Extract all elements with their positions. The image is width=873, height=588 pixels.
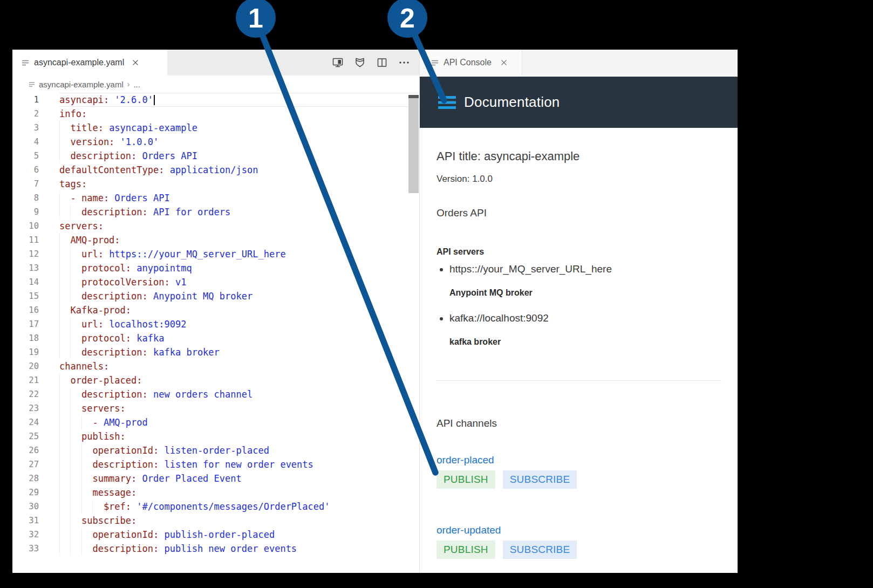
more-actions-icon[interactable]	[398, 56, 411, 69]
indent-guide	[59, 261, 60, 275]
code-line[interactable]: 2info:	[12, 107, 419, 121]
code-text[interactable]: publish:	[59, 429, 419, 443]
publish-badge[interactable]: PUBLISH	[436, 470, 495, 489]
code-line[interactable]: 7tags:	[12, 177, 419, 191]
split-editor-icon[interactable]	[376, 56, 388, 69]
breadcrumb[interactable]: asyncapi-example.yaml › ...	[12, 76, 419, 93]
code-line[interactable]: 26 operationId: listen-order-placed	[12, 443, 419, 457]
code-line[interactable]: 9 description: API for orders	[12, 205, 419, 219]
code-text[interactable]: operationId: listen-order-placed	[59, 443, 419, 457]
code-text[interactable]: - name: Orders API	[59, 191, 419, 205]
code-line[interactable]: 32 operationId: publish-order-placed	[12, 528, 419, 542]
subscribe-badge[interactable]: SUBSCRIBE	[503, 470, 577, 489]
code-line[interactable]: 14 protocolVersion: v1	[12, 275, 419, 289]
code-line[interactable]: 24 - AMQ-prod	[12, 415, 419, 429]
code-line[interactable]: 12 url: https:://your_MQ_server_URL_here	[12, 247, 419, 261]
code-area[interactable]: 1asyncapi: '2.6.0'2info:3 title: asyncap…	[12, 93, 419, 556]
code-text[interactable]: summary: Order Placed Event	[59, 471, 419, 486]
code-text[interactable]: tags:	[59, 177, 419, 191]
code-line[interactable]: 8 - name: Orders API	[12, 191, 419, 205]
code-line[interactable]: 30 $ref: '#/components/messages/OrderPla…	[12, 500, 419, 514]
line-number: 4	[12, 135, 39, 149]
breadcrumb-more[interactable]: ...	[133, 80, 140, 89]
channel-order-updated: order-updated PUBLISH SUBSCRIBE	[436, 524, 721, 559]
code-line[interactable]: 1asyncapi: '2.6.0'	[12, 93, 419, 107]
code-text[interactable]: AMQ-prod:	[59, 233, 419, 247]
code-text[interactable]: description: Anypoint MQ broker	[59, 289, 419, 303]
yaml-key: AMQ-prod:	[59, 235, 120, 245]
code-text[interactable]: $ref: '#/components/messages/OrderPlaced…	[59, 500, 419, 514]
code-text[interactable]: info:	[59, 107, 419, 121]
hamburger-menu-icon[interactable]	[438, 95, 456, 110]
close-icon[interactable]	[132, 59, 139, 66]
code-text[interactable]: servers:	[59, 219, 419, 233]
code-text[interactable]: Kafka-prod:	[59, 303, 419, 317]
yaml-key: version:	[59, 136, 114, 147]
subscribe-badge[interactable]: SUBSCRIBE	[503, 541, 577, 559]
indent-guide	[59, 289, 60, 303]
code-text[interactable]: description: Orders API	[59, 149, 419, 163]
code-text[interactable]: order-placed:	[59, 373, 419, 387]
channel-link[interactable]: order-updated	[436, 524, 721, 536]
code-line[interactable]: 3 title: asyncapi-example	[12, 121, 419, 135]
code-line[interactable]: 13 protocol: anypointmq	[12, 261, 419, 275]
publish-badge[interactable]: PUBLISH	[436, 541, 495, 559]
code-line[interactable]: 17 url: localhost:9092	[12, 317, 419, 331]
code-text[interactable]: description: listen for new order events	[59, 457, 419, 471]
close-icon[interactable]	[501, 59, 507, 66]
code-text[interactable]: url: https:://your_MQ_server_URL_here	[59, 247, 419, 261]
open-preview-icon[interactable]	[331, 56, 344, 69]
code-line[interactable]: 27 description: listen for new order eve…	[12, 457, 419, 471]
code-line[interactable]: 18 protocol: kafka	[12, 331, 419, 345]
code-line[interactable]: 23 servers:	[12, 401, 419, 415]
code-text[interactable]: defaultContentType: application/json	[59, 163, 419, 177]
code-text[interactable]: - AMQ-prod	[59, 415, 419, 429]
indent-guide	[81, 415, 82, 429]
scrollbar-thumb[interactable]	[408, 95, 419, 193]
code-text[interactable]: subscribe:	[59, 514, 419, 528]
indent-guide	[59, 247, 60, 261]
code-text[interactable]: description: publish new order events	[59, 542, 419, 556]
tab-asyncapi-example-yaml[interactable]: asyncapi-example.yaml	[12, 50, 167, 76]
code-text[interactable]: message:	[59, 486, 419, 500]
shield-icon[interactable]	[353, 56, 366, 69]
code-line[interactable]: 28 summary: Order Placed Event	[12, 471, 419, 486]
code-line[interactable]: 29 message:	[12, 486, 419, 500]
code-text[interactable]: protocol: kafka	[59, 331, 419, 345]
breadcrumb-file[interactable]: asyncapi-example.yaml	[39, 80, 124, 89]
code-line[interactable]: 5 description: Orders API	[12, 149, 419, 163]
code-line[interactable]: 19 description: kafka broker	[12, 345, 419, 359]
code-text[interactable]: asyncapi: '2.6.0'	[59, 93, 419, 107]
code-text[interactable]: channels:	[59, 359, 419, 373]
code-text[interactable]: protocolVersion: v1	[59, 275, 419, 289]
code-line[interactable]: 21 order-placed:	[12, 373, 419, 387]
code-line[interactable]: 15 description: Anypoint MQ broker	[12, 289, 419, 303]
code-line[interactable]: 10servers:	[12, 219, 419, 233]
channel-link[interactable]: order-placed	[436, 454, 721, 466]
code-line[interactable]: 22 description: new orders channel	[12, 387, 419, 401]
indent-guide	[59, 373, 60, 387]
indent-guide	[70, 275, 71, 289]
code-line[interactable]: 6defaultContentType: application/json	[12, 163, 419, 177]
code-line[interactable]: 31 subscribe:	[12, 514, 419, 528]
code-text[interactable]: description: new orders channel	[59, 387, 419, 401]
code-line[interactable]: 25 publish:	[12, 429, 419, 443]
code-text[interactable]: description: API for orders	[59, 205, 419, 219]
code-text[interactable]: version: '1.0.0'	[59, 135, 419, 149]
code-line[interactable]: 33 description: publish new order events	[12, 542, 419, 556]
tab-api-console[interactable]: API Console	[420, 50, 522, 76]
server-url: https:://your_MQ_server_URL_here	[449, 263, 721, 275]
code-line[interactable]: 11 AMQ-prod:	[12, 233, 419, 247]
editor-scrollbar[interactable]	[408, 93, 419, 572]
code-text[interactable]: servers:	[59, 401, 419, 415]
code-text[interactable]: protocol: anypointmq	[59, 261, 419, 275]
code-line[interactable]: 20channels:	[12, 359, 419, 373]
code-text[interactable]: description: kafka broker	[59, 345, 419, 359]
yaml-value: new orders channel	[148, 389, 253, 400]
code-text[interactable]: title: asyncapi-example	[59, 121, 419, 135]
code-line[interactable]: 16 Kafka-prod:	[12, 303, 419, 317]
code-text[interactable]: operationId: publish-order-placed	[59, 528, 419, 542]
code-text[interactable]: url: localhost:9092	[59, 317, 419, 331]
line-number: 17	[12, 317, 39, 331]
code-line[interactable]: 4 version: '1.0.0'	[12, 135, 419, 149]
